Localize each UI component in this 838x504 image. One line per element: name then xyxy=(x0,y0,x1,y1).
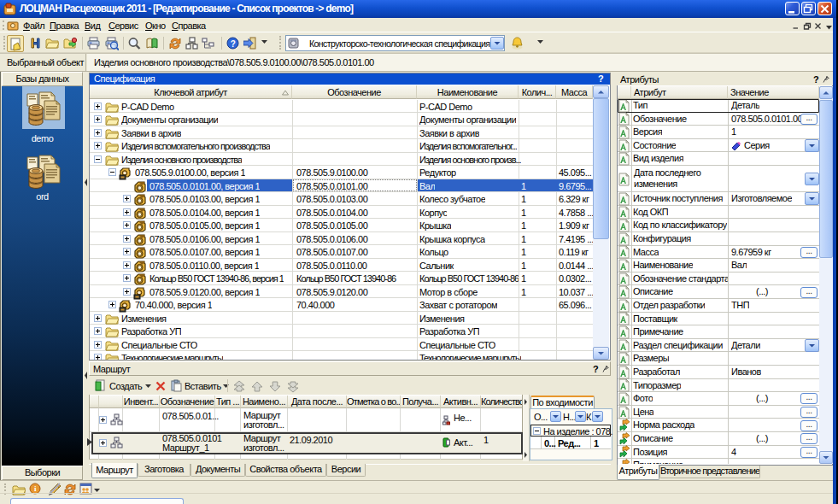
svg-text:?: ? xyxy=(231,39,236,49)
